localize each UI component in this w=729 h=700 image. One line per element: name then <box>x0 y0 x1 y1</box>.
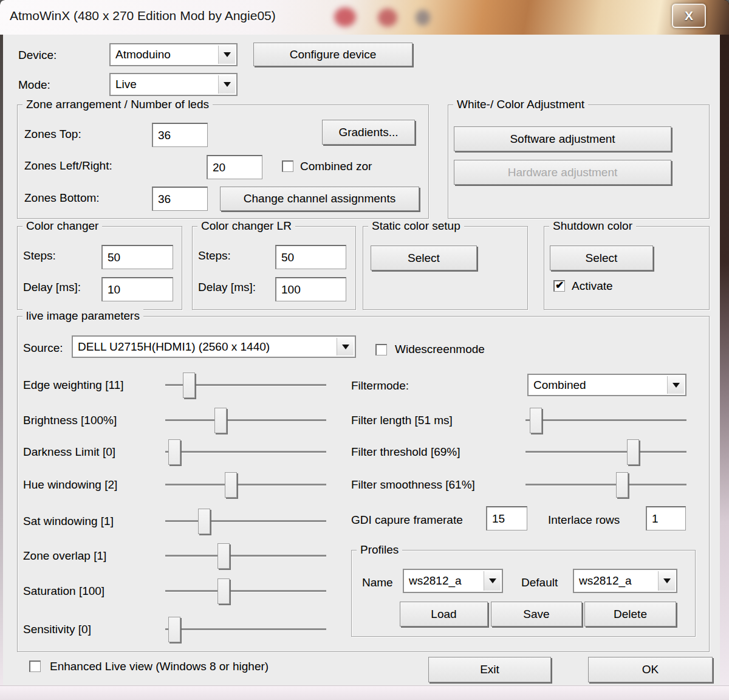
change-channel-assignments-button[interactable]: Change channel assignments <box>220 187 419 211</box>
filter-smoothness-label: Filter smoothness [61%] <box>351 478 475 492</box>
device-combobox[interactable]: Atmoduino <box>109 43 238 66</box>
chevron-down-icon[interactable] <box>218 46 235 64</box>
enhanced-live-view-label: Enhanced Live view (Windows 8 or higher) <box>50 660 269 673</box>
saturation-label: Saturation [100] <box>23 585 104 598</box>
widescreenmode-checkbox[interactable] <box>375 344 387 355</box>
gdi-capture-framerate-input[interactable]: 15 <box>486 506 527 530</box>
zone-overlap-slider[interactable] <box>165 543 326 569</box>
darkness-limit-slider[interactable] <box>165 439 326 465</box>
shutdown-color-select-button[interactable]: Select <box>550 245 653 270</box>
shutdown-color-legend: Shutdown color <box>549 219 636 233</box>
delete-button[interactable]: Delete <box>584 602 676 626</box>
sensitivity-slider[interactable] <box>165 616 326 643</box>
exit-button[interactable]: Exit <box>428 657 551 682</box>
profile-name-combobox[interactable]: ws2812_a <box>403 569 503 593</box>
zones-bottom-input[interactable]: 36 <box>152 187 208 211</box>
close-button[interactable]: X <box>672 4 706 28</box>
brightness-slider[interactable] <box>165 407 326 434</box>
configure-device-button[interactable]: Configure device <box>253 43 412 66</box>
source-label: Source: <box>23 341 63 355</box>
mode-label: Mode: <box>18 78 50 92</box>
titlebar-background-blob <box>416 10 430 26</box>
slider-thumb[interactable] <box>168 617 180 642</box>
slider-thumb[interactable] <box>217 578 230 604</box>
slider-thumb[interactable] <box>217 543 230 569</box>
filtermode-combobox[interactable]: Combined <box>527 374 686 396</box>
zone-arrangement-legend: Zone arrangement / Number of leds <box>22 98 213 111</box>
chevron-down-icon[interactable] <box>337 338 354 355</box>
ok-button[interactable]: OK <box>588 657 713 682</box>
device-label: Device: <box>18 49 56 62</box>
filtermode-combobox-value: Combined <box>533 379 586 392</box>
profile-default-combobox[interactable]: ws2812_a <box>573 569 677 593</box>
zone-overlap-label: Zone overlap [1] <box>23 549 106 563</box>
chevron-down-icon[interactable] <box>484 571 501 591</box>
slider-thumb[interactable] <box>627 439 639 465</box>
combined-zones-checkbox[interactable] <box>282 160 293 172</box>
static-color-setup-legend: Static color setup <box>368 219 464 233</box>
zones-top-input[interactable]: 36 <box>152 123 208 147</box>
profile-default-label: Default <box>521 576 558 589</box>
profile-default-value: ws2812_a <box>579 574 632 588</box>
sat-windowing-label: Sat windowing [1] <box>23 515 114 528</box>
widescreenmode-label: Widescreenmode <box>395 343 485 356</box>
gradients-button[interactable]: Gradients... <box>322 120 415 145</box>
color-changer-lr-steps-input[interactable]: 50 <box>275 245 346 269</box>
color-changer-lr-delay-input[interactable]: 100 <box>275 277 346 301</box>
slider-thumb[interactable] <box>616 472 628 498</box>
color-changer-lr-legend: Color changer LR <box>197 219 295 233</box>
zones-top-label: Zones Top: <box>24 128 81 141</box>
mode-combobox[interactable]: Live <box>109 73 238 96</box>
chevron-down-icon[interactable] <box>218 75 235 94</box>
filter-smoothness-slider[interactable] <box>525 472 686 498</box>
slider-track <box>165 628 326 631</box>
slider-track <box>165 590 326 592</box>
device-combobox-value: Atmoduino <box>115 48 171 61</box>
brightness-label: Brightness [100%] <box>23 414 117 427</box>
interlace-rows-label: Interlace rows <box>548 513 620 527</box>
gdi-capture-framerate-label: GDI capure framerate <box>351 513 463 527</box>
sat-windowing-slider[interactable] <box>165 508 326 535</box>
chevron-down-icon[interactable] <box>658 571 675 591</box>
profile-name-label: Name <box>362 576 393 589</box>
atmowinx-window: AtmoWinX (480 x 270 Edition Mod by Angie… <box>0 0 729 700</box>
saturation-slider[interactable] <box>165 578 326 605</box>
slider-track <box>165 520 326 523</box>
color-changer-lr-delay-label: Delay [ms]: <box>198 281 256 294</box>
slider-thumb[interactable] <box>225 472 237 498</box>
slider-thumb[interactable] <box>168 439 180 465</box>
slider-track <box>525 419 686 422</box>
window-border-bottom <box>0 685 729 700</box>
combined-zones-label: Combined zor <box>300 160 372 173</box>
zones-leftright-input[interactable]: 20 <box>207 155 262 179</box>
color-changer-delay-input[interactable]: 10 <box>101 277 173 301</box>
color-changer-lr-steps-label: Steps: <box>198 249 231 262</box>
hue-windowing-label: Hue windowing [2] <box>23 478 117 492</box>
slider-thumb[interactable] <box>198 509 210 534</box>
software-adjustment-button[interactable]: Software adjustment <box>454 126 671 151</box>
slider-thumb[interactable] <box>530 408 542 433</box>
save-button[interactable]: Save <box>491 602 582 626</box>
hue-windowing-slider[interactable] <box>165 472 326 498</box>
slider-track <box>165 451 326 453</box>
enhanced-live-view-checkbox[interactable] <box>29 661 41 672</box>
mode-combobox-value: Live <box>115 78 137 91</box>
load-button[interactable]: Load <box>400 602 488 626</box>
edge-weighting-slider[interactable] <box>165 372 326 399</box>
zones-leftright-label: Zones Left/Right: <box>24 159 112 173</box>
window-title: AtmoWinX (480 x 270 Edition Mod by Angie… <box>10 9 276 23</box>
static-color-select-button[interactable]: Select <box>371 245 477 270</box>
titlebar[interactable]: AtmoWinX (480 x 270 Edition Mod by Angie… <box>0 0 729 35</box>
filter-length-slider[interactable] <box>525 407 686 434</box>
color-changer-steps-label: Steps: <box>23 249 56 262</box>
slider-track <box>165 484 326 486</box>
filter-threshold-slider[interactable] <box>525 439 686 465</box>
activate-checkbox[interactable] <box>553 280 565 292</box>
titlebar-background-blob <box>378 9 397 27</box>
color-changer-steps-input[interactable]: 50 <box>101 245 173 269</box>
source-combobox[interactable]: DELL U2715H(HDMI1) (2560 x 1440) <box>72 335 356 358</box>
slider-thumb[interactable] <box>214 408 227 433</box>
slider-thumb[interactable] <box>183 372 195 398</box>
chevron-down-icon[interactable] <box>667 376 684 394</box>
interlace-rows-input[interactable]: 1 <box>646 506 686 530</box>
